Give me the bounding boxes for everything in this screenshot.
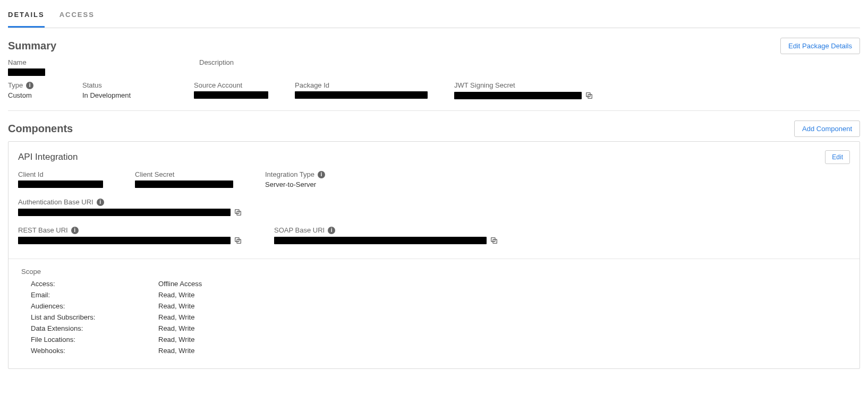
- copy-icon[interactable]: [234, 236, 242, 245]
- scope-rows: Access:Offline AccessEmail:Read, WriteAu…: [21, 280, 850, 355]
- integration-type-label: Integration Type i: [265, 170, 325, 178]
- scope-row: List and Subscribers:Read, Write: [21, 313, 850, 321]
- scope-key: Email:: [21, 291, 158, 299]
- components-header: Components Add Component: [8, 121, 860, 137]
- info-icon[interactable]: i: [318, 171, 325, 178]
- scope-key: Audiences:: [21, 302, 158, 310]
- divider: [8, 259, 860, 259]
- api-integration-card: API Integration Edit Client Id Client Se…: [8, 141, 860, 369]
- soap-base-uri-label-text: SOAP Base URI: [274, 226, 325, 234]
- name-value-redacted: [8, 68, 45, 76]
- jwt-value-wrap: [454, 91, 593, 100]
- info-icon[interactable]: i: [328, 227, 335, 234]
- integration-type-label-text: Integration Type: [265, 170, 314, 178]
- rest-base-uri-value-wrap: [18, 236, 242, 245]
- type-label-text: Type: [8, 81, 23, 89]
- package-id-value-redacted: [295, 91, 428, 99]
- scope-key: Access:: [21, 280, 158, 288]
- scope-key: List and Subscribers:: [21, 313, 158, 321]
- type-label: Type i: [8, 81, 61, 89]
- summary-row1: Name Description: [8, 58, 860, 81]
- source-account-value-redacted: [194, 91, 268, 99]
- scope-key: File Locations:: [21, 336, 158, 343]
- scope-row: Data Extensions:Read, Write: [21, 324, 850, 332]
- description-label: Description: [199, 58, 234, 66]
- scope-value: Offline Access: [158, 280, 202, 288]
- copy-icon[interactable]: [234, 208, 242, 217]
- summary-title: Summary: [8, 40, 56, 52]
- scope-row: Access:Offline Access: [21, 280, 850, 288]
- rest-base-uri-label-text: REST Base URI: [18, 226, 68, 234]
- auth-base-uri-label-text: Authentication Base URI: [18, 198, 93, 206]
- jwt-value-redacted: [454, 92, 582, 99]
- summary-row2: Type i Custom Status In Development Sour…: [8, 81, 860, 111]
- status-value: In Development: [82, 91, 173, 99]
- soap-base-uri-value-wrap: [274, 236, 498, 245]
- scope-row: File Locations:Read, Write: [21, 336, 850, 343]
- jwt-label: JWT Signing Secret: [454, 81, 593, 89]
- copy-icon[interactable]: [585, 91, 593, 100]
- summary-header: Summary Edit Package Details: [8, 38, 860, 54]
- field-auth-base-uri: Authentication Base URI i: [18, 198, 242, 217]
- field-soap-base-uri: SOAP Base URI i: [274, 226, 498, 245]
- scope-value: Read, Write: [158, 336, 194, 343]
- integration-type-value: Server-to-Server: [265, 180, 325, 188]
- scope-key: Webhooks:: [21, 347, 158, 355]
- rest-base-uri-label: REST Base URI i: [18, 226, 242, 234]
- info-icon[interactable]: i: [97, 199, 104, 206]
- field-status: Status In Development: [82, 81, 173, 100]
- scope-row: Audiences:Read, Write: [21, 302, 850, 310]
- scope-value: Read, Write: [158, 302, 194, 310]
- name-label: Name: [8, 58, 178, 66]
- client-secret-value-redacted: [135, 180, 233, 188]
- client-id-label: Client Id: [18, 170, 103, 178]
- tab-access[interactable]: ACCESS: [59, 6, 95, 28]
- scope-title: Scope: [21, 268, 850, 276]
- status-label: Status: [82, 81, 173, 89]
- scope-row: Email:Read, Write: [21, 291, 850, 299]
- scope-value: Read, Write: [158, 291, 194, 299]
- tab-bar: DETAILS ACCESS: [8, 0, 860, 28]
- soap-base-uri-label: SOAP Base URI i: [274, 226, 498, 234]
- components-title: Components: [8, 123, 73, 135]
- field-client-secret: Client Secret: [135, 170, 233, 188]
- api-row3: REST Base URI i SOAP Base URI i: [18, 226, 850, 250]
- field-rest-base-uri: REST Base URI i: [18, 226, 242, 245]
- api-row1: Client Id Client Secret Integration Type…: [18, 170, 850, 194]
- api-row2: Authentication Base URI i: [18, 198, 850, 222]
- client-secret-label: Client Secret: [135, 170, 233, 178]
- field-client-id: Client Id: [18, 170, 103, 188]
- type-value: Custom: [8, 91, 61, 99]
- auth-base-uri-value-redacted: [18, 209, 231, 216]
- field-type: Type i Custom: [8, 81, 61, 100]
- field-integration-type: Integration Type i Server-to-Server: [265, 170, 325, 188]
- info-icon[interactable]: i: [26, 82, 33, 89]
- tab-details[interactable]: DETAILS: [8, 6, 45, 28]
- field-source-account: Source Account: [194, 81, 274, 100]
- scope-key: Data Extensions:: [21, 324, 158, 332]
- api-integration-title: API Integration: [18, 152, 78, 162]
- scope-value: Read, Write: [158, 313, 194, 321]
- edit-api-integration-button[interactable]: Edit: [825, 150, 850, 164]
- scope-block: Scope Access:Offline AccessEmail:Read, W…: [18, 268, 850, 355]
- field-jwt-secret: JWT Signing Secret: [454, 81, 593, 100]
- info-icon[interactable]: i: [71, 227, 79, 234]
- api-card-header: API Integration Edit: [18, 150, 850, 164]
- rest-base-uri-value-redacted: [18, 237, 231, 244]
- auth-base-uri-value-wrap: [18, 208, 242, 217]
- copy-icon[interactable]: [490, 236, 498, 245]
- page-root: DETAILS ACCESS Summary Edit Package Deta…: [0, 0, 868, 404]
- field-description: Description: [199, 58, 234, 76]
- soap-base-uri-value-redacted: [274, 237, 487, 244]
- field-package-id: Package Id: [295, 81, 433, 100]
- scope-value: Read, Write: [158, 324, 194, 332]
- scope-value: Read, Write: [158, 347, 194, 355]
- source-account-label: Source Account: [194, 81, 274, 89]
- scope-row: Webhooks:Read, Write: [21, 347, 850, 355]
- add-component-button[interactable]: Add Component: [794, 121, 860, 137]
- package-id-label: Package Id: [295, 81, 433, 89]
- client-id-value-redacted: [18, 180, 103, 188]
- auth-base-uri-label: Authentication Base URI i: [18, 198, 242, 206]
- field-name: Name: [8, 58, 178, 76]
- edit-package-details-button[interactable]: Edit Package Details: [780, 38, 860, 54]
